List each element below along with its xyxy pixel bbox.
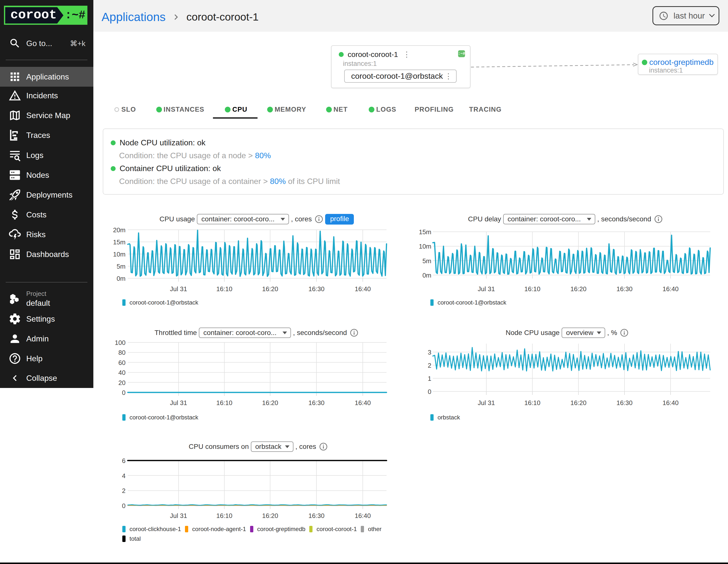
svg-text:80: 80 [118,349,126,356]
svg-text:16:20: 16:20 [262,399,278,407]
svg-text:Jul 31: Jul 31 [170,399,187,407]
svg-text:1: 1 [428,375,431,382]
svg-text:16:30: 16:30 [308,399,324,407]
svg-text:16:10: 16:10 [524,399,540,407]
svg-text:Jul 31: Jul 31 [170,285,187,293]
svg-text:20: 20 [118,379,126,386]
svg-text:16:40: 16:40 [355,399,371,407]
svg-text:16:10: 16:10 [216,512,232,519]
svg-text:16:30: 16:30 [616,399,632,407]
svg-text:0: 0 [122,502,126,510]
svg-text:20m: 20m [113,226,126,234]
svg-text:10m: 10m [113,251,126,258]
svg-text:16:20: 16:20 [262,285,278,293]
svg-text:100: 100 [115,339,126,346]
svg-text:0: 0 [122,389,126,396]
svg-text:16:20: 16:20 [262,512,278,519]
svg-text:16:20: 16:20 [570,399,586,407]
svg-text:16:40: 16:40 [355,512,371,519]
svg-text:16:30: 16:30 [308,285,324,293]
svg-text:16:20: 16:20 [570,285,586,293]
svg-text:0: 0 [428,388,431,395]
svg-text:Jul 31: Jul 31 [478,399,495,407]
svg-text:16:40: 16:40 [662,285,678,293]
svg-text:60: 60 [118,359,126,366]
svg-text:3: 3 [428,349,431,356]
svg-text:16:10: 16:10 [216,285,232,293]
svg-text:10m: 10m [419,243,431,250]
svg-text:16:10: 16:10 [216,399,232,407]
svg-text:6: 6 [122,457,126,464]
svg-text:Jul 31: Jul 31 [478,285,495,293]
svg-text:5m: 5m [117,263,126,270]
svg-text:16:10: 16:10 [524,285,540,293]
svg-text:0m: 0m [117,275,126,282]
svg-text:Jul 31: Jul 31 [170,512,187,519]
svg-text:16:30: 16:30 [616,285,632,293]
svg-text:0m: 0m [422,272,431,279]
svg-text:4: 4 [122,472,126,480]
svg-text:16:30: 16:30 [308,512,324,519]
svg-text:40: 40 [118,369,126,376]
svg-text:2: 2 [428,362,431,369]
svg-text:15m: 15m [113,238,126,246]
svg-text:2: 2 [122,487,126,494]
svg-text:16:40: 16:40 [662,399,678,407]
svg-text:16:40: 16:40 [355,285,371,293]
svg-text:15m: 15m [419,228,431,236]
svg-text:5m: 5m [422,257,431,265]
